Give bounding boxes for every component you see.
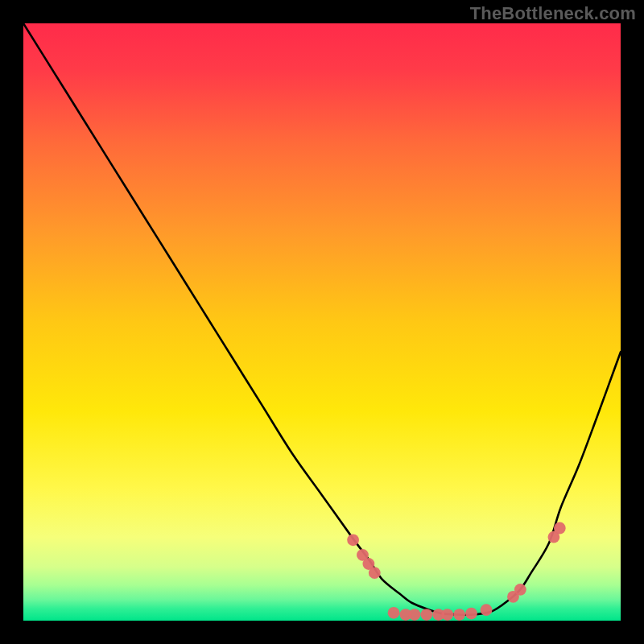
- data-marker: [347, 534, 359, 546]
- watermark-text: TheBottleneck.com: [470, 3, 636, 24]
- data-marker: [465, 608, 477, 620]
- bottleneck-curve: [23, 23, 621, 615]
- data-marker: [453, 609, 465, 621]
- data-marker: [554, 522, 566, 535]
- data-marker: [514, 584, 526, 596]
- data-marker: [420, 609, 432, 621]
- plot-area: [23, 23, 621, 621]
- data-marker: [481, 604, 493, 616]
- data-marker: [441, 609, 453, 621]
- chart-frame: TheBottleneck.com: [0, 0, 644, 644]
- data-marker: [388, 607, 400, 619]
- curve-layer: [23, 23, 621, 621]
- data-marker: [369, 567, 381, 579]
- data-marker: [409, 609, 421, 621]
